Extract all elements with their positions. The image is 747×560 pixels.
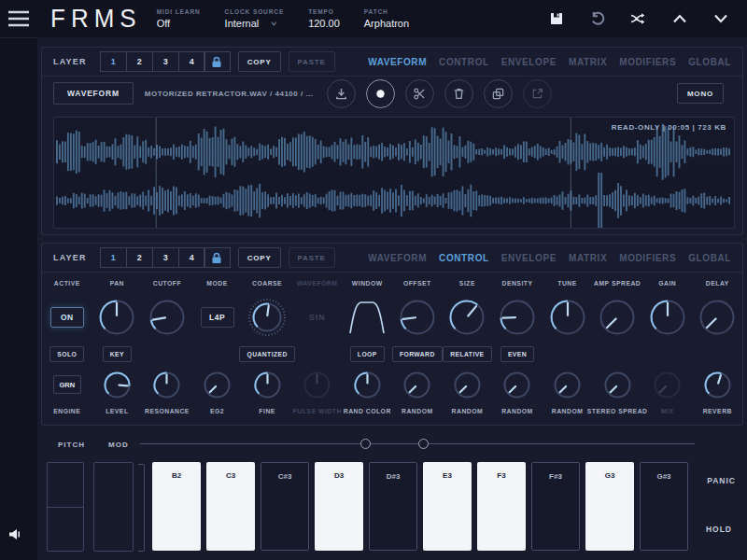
tab-envelope[interactable]: ENVELOPE (501, 57, 557, 67)
record-icon[interactable] (366, 79, 395, 108)
key-c3[interactable]: C3 (206, 462, 255, 551)
tab-global[interactable]: GLOBAL (688, 253, 731, 263)
tab-matrix[interactable]: MATRIX (569, 253, 607, 263)
speaker-icon[interactable] (8, 527, 22, 544)
eg2-knob[interactable] (202, 370, 233, 400)
tab-modifiers[interactable]: MODIFIERS (619, 57, 676, 67)
export-icon[interactable] (523, 79, 552, 108)
size-knob[interactable] (447, 298, 486, 337)
key-d3[interactable]: D3 (315, 462, 363, 551)
solo-button[interactable]: SOLO (49, 346, 84, 362)
tune-label: TUNE (557, 280, 577, 291)
save-icon[interactable] (547, 9, 566, 28)
field-value-tempo[interactable]: 120.00 (308, 18, 340, 29)
tab-waveform[interactable]: WAVEFORM (368, 57, 427, 67)
layer-button-4[interactable]: 4 (178, 247, 205, 268)
paste-button[interactable]: PASTE (289, 247, 335, 268)
tab-modifiers[interactable]: MODIFIERS (619, 253, 676, 263)
waveform-menu-button[interactable]: WAVEFORM (53, 82, 134, 105)
stereo-spread-knob[interactable] (602, 370, 633, 400)
layer-button-3[interactable]: 3 (152, 247, 179, 268)
layer-button-3[interactable]: 3 (152, 51, 179, 72)
trash-icon[interactable] (444, 79, 473, 108)
coarse-knob[interactable] (247, 298, 287, 337)
cut-icon[interactable] (405, 79, 434, 108)
hold-button[interactable]: HOLD (706, 525, 732, 534)
mono-button[interactable]: MONO (677, 83, 724, 104)
key-g3[interactable]: G3 (585, 462, 634, 551)
rand-color-knob[interactable] (352, 370, 383, 400)
key-e3[interactable]: E3 (423, 462, 472, 551)
tune-knob[interactable] (548, 298, 587, 337)
key-d-3[interactable]: D#3 (369, 462, 417, 551)
copy-button[interactable]: COPY (238, 247, 281, 268)
level-knob[interactable] (102, 370, 133, 400)
scrollbar-handle-right[interactable] (418, 439, 429, 449)
window-label: WINDOW (352, 280, 383, 291)
key-f3[interactable]: F3 (477, 462, 526, 551)
randomize-icon[interactable] (629, 9, 648, 28)
even-button[interactable]: EVEN (500, 346, 534, 362)
resonance-knob[interactable] (151, 370, 182, 400)
tab-envelope[interactable]: ENVELOPE (501, 253, 557, 263)
random-knob[interactable] (402, 370, 432, 400)
chevron-down-icon[interactable]: ˅ (271, 20, 277, 28)
field-value-patch[interactable]: Arphatron (364, 18, 409, 29)
loop-button[interactable]: LOOP (350, 346, 385, 362)
tab-global[interactable]: GLOBAL (688, 57, 731, 67)
chevron-down-icon[interactable] (712, 9, 730, 28)
copy-button[interactable]: COPY (238, 51, 281, 72)
random-knob[interactable] (552, 370, 583, 400)
delay-knob[interactable] (698, 298, 737, 337)
engine-grn-button[interactable]: GRN (53, 375, 81, 394)
key-button[interactable]: KEY (103, 346, 132, 362)
amp-spread-knob[interactable] (598, 298, 637, 337)
download-icon[interactable] (327, 79, 356, 108)
tab-control[interactable]: CONTROL (439, 57, 489, 67)
paste-button[interactable]: PASTE (289, 51, 335, 72)
layer-button-1[interactable]: 1 (100, 247, 127, 268)
sample-name[interactable]: MOTORIZED RETRACTOR.WAV / 44100 / ... (145, 90, 314, 98)
keyboard-scrollbar[interactable] (140, 438, 695, 451)
active-on-button[interactable]: ON (50, 307, 84, 328)
field-value-clock-source[interactable]: Internal˅ (225, 18, 285, 29)
tab-waveform[interactable]: WAVEFORM (368, 253, 427, 263)
undo-icon[interactable] (588, 9, 607, 28)
layer-lock-button[interactable] (204, 51, 231, 72)
mode-l4p-button[interactable]: L4P (201, 307, 234, 328)
field-value-midi-learn[interactable]: Off (157, 18, 201, 29)
key-partial[interactable] (138, 464, 145, 552)
layer-button-1[interactable]: 1 (100, 51, 127, 72)
key-b2[interactable]: B2 (152, 462, 201, 551)
key-f-3[interactable]: F#3 (531, 462, 580, 551)
scrollbar-handle-left[interactable] (360, 439, 371, 449)
layer-button-2[interactable]: 2 (126, 247, 153, 268)
window-shape[interactable] (346, 298, 388, 337)
reverb-knob[interactable] (702, 370, 733, 400)
layer-button-4[interactable]: 4 (178, 51, 205, 72)
key-g-3[interactable]: G#3 (640, 462, 688, 551)
panic-button[interactable]: PANIC (707, 476, 736, 485)
gain-knob[interactable] (648, 298, 687, 337)
chevron-up-icon[interactable] (670, 9, 689, 28)
duplicate-icon[interactable] (484, 79, 513, 108)
tab-control[interactable]: CONTROL (439, 253, 489, 263)
waveform-display[interactable]: READ-ONLY | 00:05 | 723 KB (53, 117, 735, 229)
key-c-3[interactable]: C#3 (261, 462, 309, 551)
pitch-wheel[interactable] (47, 462, 84, 552)
random-knob[interactable] (452, 370, 483, 400)
offset-knob[interactable] (398, 298, 437, 337)
relative-button[interactable]: RELATIVE (443, 346, 491, 362)
fine-knob[interactable] (252, 370, 283, 400)
mod-wheel[interactable] (93, 462, 134, 552)
density-knob[interactable] (498, 298, 537, 337)
layer-lock-button[interactable] (204, 247, 231, 268)
forward-button[interactable]: FORWARD (392, 346, 443, 362)
quantized-button[interactable]: QUANTIZED (239, 346, 294, 362)
layer-button-2[interactable]: 2 (126, 51, 153, 72)
tab-matrix[interactable]: MATRIX (569, 57, 607, 67)
pan-knob[interactable] (97, 298, 136, 337)
menu-icon[interactable] (0, 10, 37, 27)
random-knob[interactable] (501, 370, 532, 400)
cutoff-knob[interactable] (148, 298, 187, 337)
